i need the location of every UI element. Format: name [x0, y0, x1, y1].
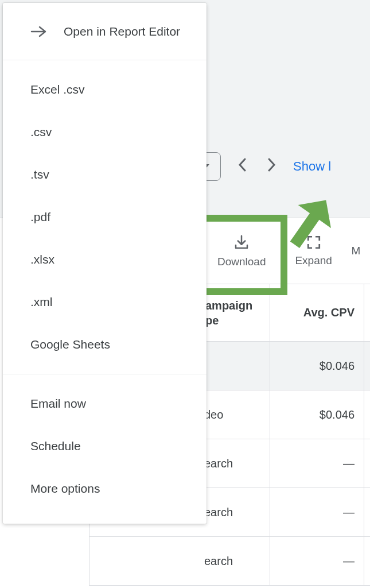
menu-item-tsv[interactable]: .tsv	[3, 153, 207, 196]
open-external-icon	[30, 25, 48, 38]
menu-item-schedule[interactable]: Schedule	[3, 425, 207, 467]
menu-item-pdf[interactable]: .pdf	[3, 196, 207, 238]
download-label: Download	[217, 256, 266, 268]
cell-cpv: $0.046	[270, 390, 364, 439]
download-icon	[233, 234, 250, 251]
more-button[interactable]: M	[342, 245, 370, 257]
menu-item-xlsx[interactable]: .xlsx	[3, 238, 207, 281]
expand-icon	[306, 235, 321, 250]
menu-item-open-report-editor[interactable]: Open in Report Editor	[3, 3, 207, 60]
menu-item-label: Schedule	[30, 439, 81, 453]
table-row[interactable]: earch —	[89, 537, 370, 586]
next-button[interactable]	[263, 157, 281, 176]
menu-item-label: .xlsx	[30, 253, 54, 266]
prev-button[interactable]	[233, 157, 251, 176]
menu-item-xml[interactable]: .xml	[3, 281, 207, 323]
menu-item-label: More options	[30, 482, 100, 496]
more-label: M	[351, 245, 360, 257]
chevron-left-icon	[238, 158, 246, 172]
expand-label: Expand	[295, 254, 332, 267]
cell-type: earch	[89, 537, 270, 585]
menu-item-label: .pdf	[30, 210, 50, 224]
chevron-right-icon	[268, 158, 276, 172]
menu-section-actions: Email now Schedule More options	[3, 374, 207, 518]
menu-item-more-options[interactable]: More options	[3, 467, 207, 510]
menu-item-label: Email now	[30, 397, 86, 411]
cell-cpv: —	[270, 537, 364, 585]
expand-button[interactable]: Expand	[285, 235, 341, 267]
menu-section-formats: Excel .csv .csv .tsv .pdf .xlsx .xml Goo…	[3, 60, 207, 374]
menu-item-label: Open in Report Editor	[64, 25, 180, 38]
menu-item-csv[interactable]: .csv	[3, 111, 207, 153]
cell-cpv: —	[270, 488, 364, 536]
col-header-label: ampaign pe	[205, 298, 260, 328]
cell-cpv: $0.046	[270, 342, 364, 390]
menu-item-label: Excel .csv	[30, 83, 85, 96]
menu-item-google-sheets[interactable]: Google Sheets	[3, 323, 207, 366]
date-toolbar: Show l	[189, 146, 370, 187]
menu-item-email-now[interactable]: Email now	[3, 382, 207, 425]
col-header-label: Avg. CPV	[303, 306, 355, 319]
menu-item-label: Google Sheets	[30, 338, 110, 351]
menu-item-label: .tsv	[30, 168, 49, 181]
col-header-avg-cpv[interactable]: Avg. CPV	[270, 284, 364, 341]
cell-cpv: —	[270, 439, 364, 488]
menu-item-label: .xml	[30, 295, 53, 309]
show-link[interactable]: Show l	[293, 159, 331, 174]
menu-item-label: .csv	[30, 125, 52, 139]
menu-item-excel-csv[interactable]: Excel .csv	[3, 68, 207, 111]
download-dropdown-menu: Open in Report Editor Excel .csv .csv .t…	[3, 3, 207, 524]
download-button[interactable]: Download	[198, 234, 285, 268]
